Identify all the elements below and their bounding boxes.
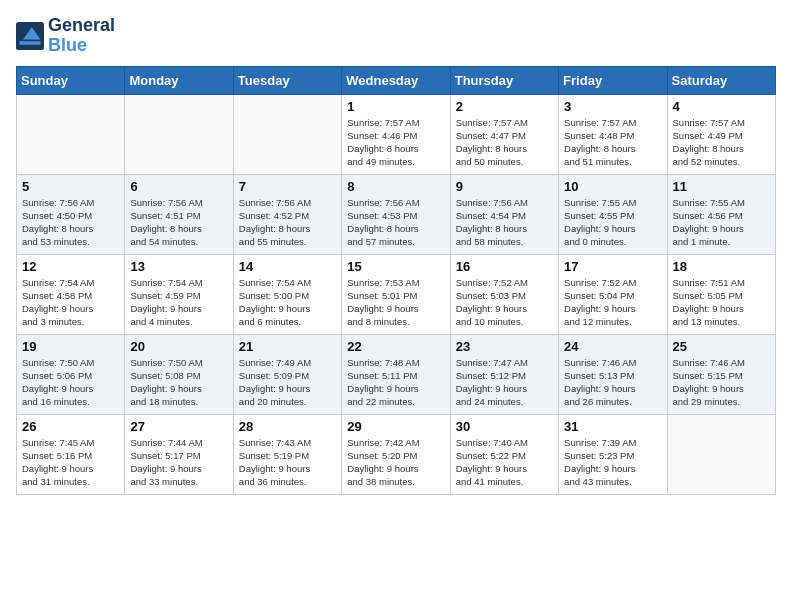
day-info: Sunrise: 7:50 AM Sunset: 5:06 PM Dayligh…	[22, 356, 119, 409]
day-number: 29	[347, 419, 444, 434]
day-info: Sunrise: 7:54 AM Sunset: 4:58 PM Dayligh…	[22, 276, 119, 329]
calendar-cell: 4Sunrise: 7:57 AM Sunset: 4:49 PM Daylig…	[667, 94, 775, 174]
calendar-cell: 16Sunrise: 7:52 AM Sunset: 5:03 PM Dayli…	[450, 254, 558, 334]
day-info: Sunrise: 7:50 AM Sunset: 5:08 PM Dayligh…	[130, 356, 227, 409]
day-info: Sunrise: 7:56 AM Sunset: 4:52 PM Dayligh…	[239, 196, 336, 249]
calendar-cell: 31Sunrise: 7:39 AM Sunset: 5:23 PM Dayli…	[559, 414, 667, 494]
day-info: Sunrise: 7:54 AM Sunset: 4:59 PM Dayligh…	[130, 276, 227, 329]
day-number: 31	[564, 419, 661, 434]
day-info: Sunrise: 7:47 AM Sunset: 5:12 PM Dayligh…	[456, 356, 553, 409]
calendar-cell	[125, 94, 233, 174]
day-info: Sunrise: 7:56 AM Sunset: 4:51 PM Dayligh…	[130, 196, 227, 249]
day-number: 27	[130, 419, 227, 434]
day-number: 25	[673, 339, 770, 354]
svg-rect-2	[20, 41, 41, 45]
calendar-cell: 23Sunrise: 7:47 AM Sunset: 5:12 PM Dayli…	[450, 334, 558, 414]
week-row-5: 26Sunrise: 7:45 AM Sunset: 5:16 PM Dayli…	[17, 414, 776, 494]
day-info: Sunrise: 7:42 AM Sunset: 5:20 PM Dayligh…	[347, 436, 444, 489]
calendar-cell: 5Sunrise: 7:56 AM Sunset: 4:50 PM Daylig…	[17, 174, 125, 254]
day-number: 19	[22, 339, 119, 354]
day-number: 2	[456, 99, 553, 114]
day-info: Sunrise: 7:39 AM Sunset: 5:23 PM Dayligh…	[564, 436, 661, 489]
day-number: 8	[347, 179, 444, 194]
weekday-header-monday: Monday	[125, 66, 233, 94]
page-header: General Blue	[16, 16, 776, 56]
day-info: Sunrise: 7:44 AM Sunset: 5:17 PM Dayligh…	[130, 436, 227, 489]
day-info: Sunrise: 7:56 AM Sunset: 4:53 PM Dayligh…	[347, 196, 444, 249]
day-number: 23	[456, 339, 553, 354]
calendar-cell: 27Sunrise: 7:44 AM Sunset: 5:17 PM Dayli…	[125, 414, 233, 494]
week-row-3: 12Sunrise: 7:54 AM Sunset: 4:58 PM Dayli…	[17, 254, 776, 334]
calendar-cell: 7Sunrise: 7:56 AM Sunset: 4:52 PM Daylig…	[233, 174, 341, 254]
calendar-cell: 15Sunrise: 7:53 AM Sunset: 5:01 PM Dayli…	[342, 254, 450, 334]
calendar-cell: 22Sunrise: 7:48 AM Sunset: 5:11 PM Dayli…	[342, 334, 450, 414]
day-info: Sunrise: 7:57 AM Sunset: 4:49 PM Dayligh…	[673, 116, 770, 169]
day-info: Sunrise: 7:55 AM Sunset: 4:55 PM Dayligh…	[564, 196, 661, 249]
day-number: 3	[564, 99, 661, 114]
day-number: 21	[239, 339, 336, 354]
day-number: 18	[673, 259, 770, 274]
day-info: Sunrise: 7:48 AM Sunset: 5:11 PM Dayligh…	[347, 356, 444, 409]
day-number: 30	[456, 419, 553, 434]
day-info: Sunrise: 7:55 AM Sunset: 4:56 PM Dayligh…	[673, 196, 770, 249]
day-info: Sunrise: 7:53 AM Sunset: 5:01 PM Dayligh…	[347, 276, 444, 329]
calendar-cell: 10Sunrise: 7:55 AM Sunset: 4:55 PM Dayli…	[559, 174, 667, 254]
day-number: 22	[347, 339, 444, 354]
day-info: Sunrise: 7:49 AM Sunset: 5:09 PM Dayligh…	[239, 356, 336, 409]
day-info: Sunrise: 7:56 AM Sunset: 4:54 PM Dayligh…	[456, 196, 553, 249]
day-number: 4	[673, 99, 770, 114]
day-info: Sunrise: 7:43 AM Sunset: 5:19 PM Dayligh…	[239, 436, 336, 489]
calendar-cell: 8Sunrise: 7:56 AM Sunset: 4:53 PM Daylig…	[342, 174, 450, 254]
weekday-header-thursday: Thursday	[450, 66, 558, 94]
day-number: 10	[564, 179, 661, 194]
weekday-header-tuesday: Tuesday	[233, 66, 341, 94]
calendar-cell: 3Sunrise: 7:57 AM Sunset: 4:48 PM Daylig…	[559, 94, 667, 174]
day-info: Sunrise: 7:46 AM Sunset: 5:13 PM Dayligh…	[564, 356, 661, 409]
calendar-cell: 28Sunrise: 7:43 AM Sunset: 5:19 PM Dayli…	[233, 414, 341, 494]
day-number: 28	[239, 419, 336, 434]
calendar-cell: 25Sunrise: 7:46 AM Sunset: 5:15 PM Dayli…	[667, 334, 775, 414]
calendar-cell: 9Sunrise: 7:56 AM Sunset: 4:54 PM Daylig…	[450, 174, 558, 254]
day-info: Sunrise: 7:57 AM Sunset: 4:48 PM Dayligh…	[564, 116, 661, 169]
day-number: 9	[456, 179, 553, 194]
day-number: 6	[130, 179, 227, 194]
calendar-table: SundayMondayTuesdayWednesdayThursdayFrid…	[16, 66, 776, 495]
calendar-cell: 20Sunrise: 7:50 AM Sunset: 5:08 PM Dayli…	[125, 334, 233, 414]
day-info: Sunrise: 7:54 AM Sunset: 5:00 PM Dayligh…	[239, 276, 336, 329]
calendar-cell: 2Sunrise: 7:57 AM Sunset: 4:47 PM Daylig…	[450, 94, 558, 174]
calendar-cell	[17, 94, 125, 174]
day-number: 14	[239, 259, 336, 274]
week-row-4: 19Sunrise: 7:50 AM Sunset: 5:06 PM Dayli…	[17, 334, 776, 414]
day-number: 17	[564, 259, 661, 274]
calendar-cell: 17Sunrise: 7:52 AM Sunset: 5:04 PM Dayli…	[559, 254, 667, 334]
day-number: 11	[673, 179, 770, 194]
day-number: 20	[130, 339, 227, 354]
day-number: 1	[347, 99, 444, 114]
day-info: Sunrise: 7:52 AM Sunset: 5:04 PM Dayligh…	[564, 276, 661, 329]
calendar-cell: 6Sunrise: 7:56 AM Sunset: 4:51 PM Daylig…	[125, 174, 233, 254]
logo-icon	[16, 22, 44, 50]
calendar-cell: 29Sunrise: 7:42 AM Sunset: 5:20 PM Dayli…	[342, 414, 450, 494]
logo-text: General Blue	[48, 16, 115, 56]
calendar-cell: 21Sunrise: 7:49 AM Sunset: 5:09 PM Dayli…	[233, 334, 341, 414]
weekday-header-saturday: Saturday	[667, 66, 775, 94]
day-number: 13	[130, 259, 227, 274]
day-info: Sunrise: 7:51 AM Sunset: 5:05 PM Dayligh…	[673, 276, 770, 329]
day-number: 26	[22, 419, 119, 434]
day-info: Sunrise: 7:40 AM Sunset: 5:22 PM Dayligh…	[456, 436, 553, 489]
day-info: Sunrise: 7:45 AM Sunset: 5:16 PM Dayligh…	[22, 436, 119, 489]
day-number: 5	[22, 179, 119, 194]
calendar-cell	[233, 94, 341, 174]
calendar-cell	[667, 414, 775, 494]
calendar-cell: 13Sunrise: 7:54 AM Sunset: 4:59 PM Dayli…	[125, 254, 233, 334]
weekday-header-sunday: Sunday	[17, 66, 125, 94]
day-number: 16	[456, 259, 553, 274]
day-info: Sunrise: 7:46 AM Sunset: 5:15 PM Dayligh…	[673, 356, 770, 409]
day-info: Sunrise: 7:57 AM Sunset: 4:47 PM Dayligh…	[456, 116, 553, 169]
weekday-header-wednesday: Wednesday	[342, 66, 450, 94]
day-info: Sunrise: 7:56 AM Sunset: 4:50 PM Dayligh…	[22, 196, 119, 249]
day-number: 7	[239, 179, 336, 194]
weekday-header-row: SundayMondayTuesdayWednesdayThursdayFrid…	[17, 66, 776, 94]
weekday-header-friday: Friday	[559, 66, 667, 94]
calendar-cell: 1Sunrise: 7:57 AM Sunset: 4:46 PM Daylig…	[342, 94, 450, 174]
